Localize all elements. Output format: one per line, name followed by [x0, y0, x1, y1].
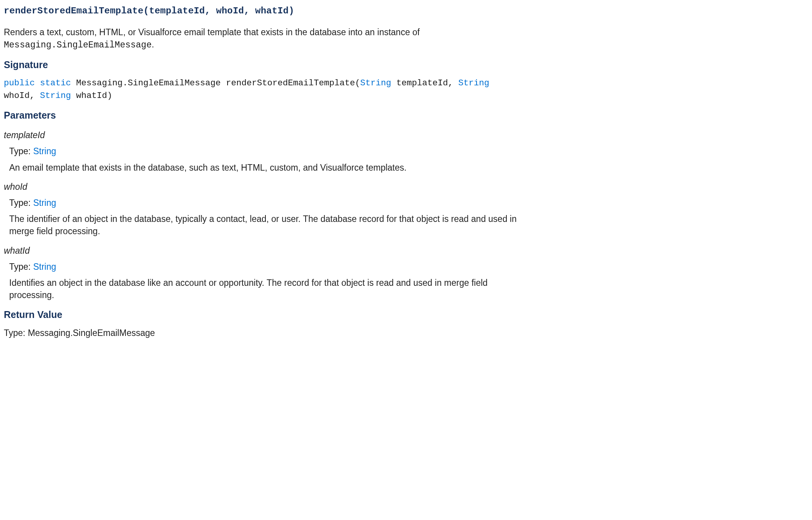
type-link-string[interactable]: String	[33, 198, 56, 208]
param-description: The identifier of an object in the datab…	[9, 213, 524, 237]
type-label: Type:	[9, 262, 33, 272]
param-description: Identifies an object in the database lik…	[9, 277, 524, 301]
param-name: whatId	[4, 245, 524, 257]
signature-block: public static Messaging.SingleEmailMessa…	[4, 77, 524, 102]
type-link-string[interactable]: String	[33, 146, 56, 156]
type-label: Type:	[9, 146, 33, 156]
description-inline-code: Messaging.SingleEmailMessage	[4, 40, 151, 50]
signature-method-name: renderStoredEmailTemplate(	[226, 78, 360, 88]
return-type-label: Type:	[4, 328, 28, 338]
return-value-heading: Return Value	[4, 308, 524, 321]
method-title: renderStoredEmailTemplate(templateId, wh…	[4, 5, 524, 18]
keyword-public: public	[4, 78, 35, 88]
param-type-line: Type: String	[9, 145, 524, 157]
signature-param1-type: String	[360, 78, 391, 88]
param-description: An email template that exists in the dat…	[9, 161, 524, 174]
signature-param3-type: String	[40, 91, 71, 101]
type-label: Type:	[9, 198, 33, 208]
signature-param1-name: templateId,	[391, 78, 459, 88]
parameter-block: whatId Type: String Identifies an object…	[4, 245, 524, 302]
signature-param3-name: whatId)	[71, 91, 112, 101]
type-link-string[interactable]: String	[33, 262, 56, 272]
description-text-2: .	[151, 39, 154, 49]
signature-param2-type: String	[458, 78, 489, 88]
return-type-value: Messaging.SingleEmailMessage	[28, 328, 155, 338]
parameter-block: templateId Type: String An email templat…	[4, 129, 524, 174]
description-text-1: Renders a text, custom, HTML, or Visualf…	[4, 27, 420, 37]
param-type-line: Type: String	[9, 261, 524, 273]
method-description: Renders a text, custom, HTML, or Visualf…	[4, 26, 524, 51]
return-type-line: Type: Messaging.SingleEmailMessage	[4, 327, 524, 339]
param-name: whoId	[4, 181, 524, 193]
param-name: templateId	[4, 129, 524, 141]
keyword-static: static	[40, 78, 71, 88]
param-type-line: Type: String	[9, 197, 524, 209]
parameters-heading: Parameters	[4, 109, 524, 122]
signature-return-type: Messaging.SingleEmailMessage	[76, 78, 221, 88]
parameter-block: whoId Type: String The identifier of an …	[4, 181, 524, 238]
signature-param2-name: whoId,	[4, 91, 40, 101]
signature-heading: Signature	[4, 58, 524, 72]
